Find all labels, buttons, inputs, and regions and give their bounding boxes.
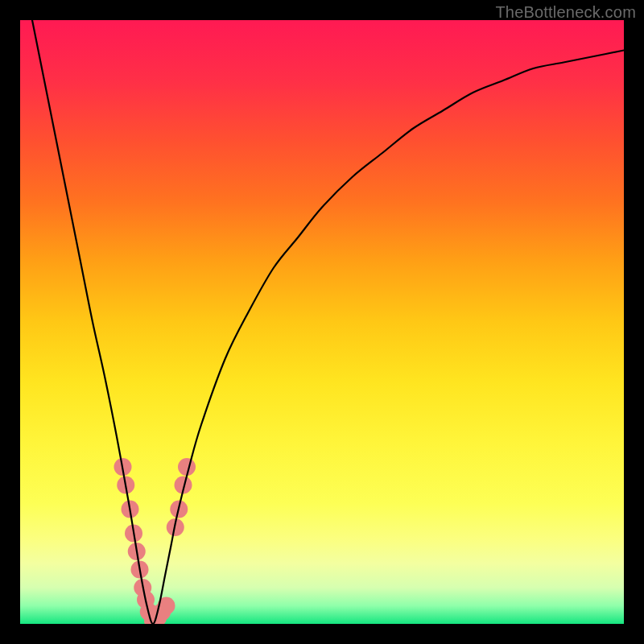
gradient-background [20, 20, 624, 624]
watermark-text: TheBottleneck.com [495, 3, 636, 22]
chart-frame: TheBottleneck.com [0, 0, 644, 644]
svg-rect-0 [20, 20, 624, 624]
plot-area [20, 20, 624, 624]
